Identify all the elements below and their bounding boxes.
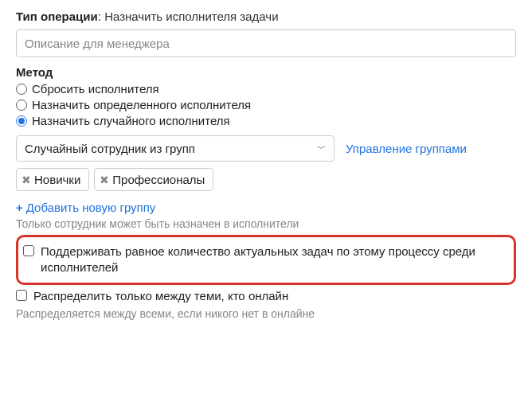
selected-groups: ✖ Новички ✖ Профессионалы: [16, 168, 516, 191]
select-value: Случайный сотрудник из групп: [25, 142, 195, 155]
highlighted-option: Поддерживать равное количество актуальны…: [16, 235, 516, 285]
online-fallback-note: Распределяется между всеми, если никого …: [16, 307, 516, 320]
group-source-select[interactable]: Случайный сотрудник из групп ﹀: [16, 135, 334, 162]
radio-label: Сбросить исполнителя: [32, 82, 159, 96]
method-option-reset[interactable]: Сбросить исполнителя: [16, 82, 516, 96]
manager-description-input[interactable]: [16, 29, 516, 57]
tag-label: Профессионалы: [112, 173, 205, 186]
colon: :: [98, 10, 104, 23]
group-tag[interactable]: ✖ Новички: [16, 168, 89, 191]
add-group-link[interactable]: + Добавить новую группу: [16, 201, 516, 214]
manage-groups-link[interactable]: Управление группами: [346, 142, 467, 155]
operation-type-label: Тип операции: [16, 10, 98, 23]
radio-icon: [16, 100, 27, 111]
plus-icon: +: [16, 201, 23, 214]
assignee-restriction-note: Только сотрудник может быть назначен в и…: [16, 217, 516, 230]
add-group-label: Добавить новую группу: [26, 201, 156, 214]
chevron-down-icon: ﹀: [317, 142, 326, 154]
checkbox-label: Распределить только между теми, кто онла…: [33, 288, 288, 304]
operation-type-value: Назначить исполнителя задачи: [104, 10, 278, 23]
radio-icon: [16, 84, 27, 95]
operation-type-row: Тип операции: Назначить исполнителя зада…: [16, 10, 516, 23]
method-label: Метод: [16, 65, 516, 79]
remove-tag-icon[interactable]: ✖: [100, 174, 109, 185]
remove-tag-icon[interactable]: ✖: [22, 174, 31, 185]
checkbox-label: Поддерживать равное количество актуальны…: [41, 244, 509, 276]
checkbox-icon: [23, 245, 34, 256]
tag-label: Новички: [34, 173, 80, 186]
method-option-random[interactable]: Назначить случайного исполнителя: [16, 114, 516, 127]
radio-label: Назначить случайного исполнителя: [32, 114, 230, 127]
checkbox-icon: [16, 290, 27, 301]
online-only-option[interactable]: Распределить только между теми, кто онла…: [16, 288, 516, 304]
group-tag[interactable]: ✖ Профессионалы: [94, 168, 213, 191]
radio-label: Назначить определенного исполнителя: [32, 98, 251, 111]
balance-tasks-option[interactable]: Поддерживать равное количество актуальны…: [23, 244, 509, 276]
method-option-specific[interactable]: Назначить определенного исполнителя: [16, 98, 516, 111]
radio-icon: [16, 115, 27, 127]
